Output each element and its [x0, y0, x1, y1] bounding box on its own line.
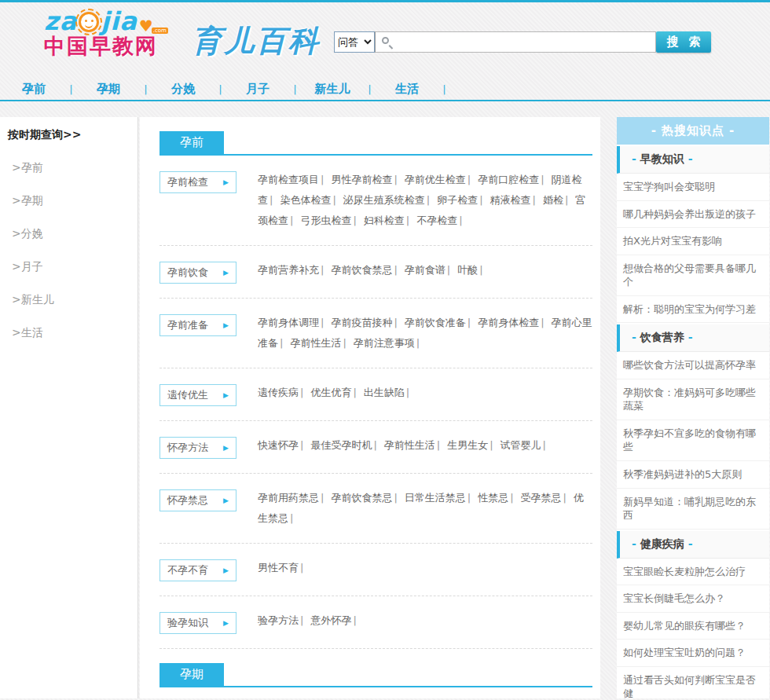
nav-link[interactable]: 生活 [383, 82, 431, 97]
hot-link[interactable]: 哪几种妈妈会养出叛逆的孩子 [617, 201, 769, 229]
subtopic-link[interactable]: 妇科检查 [364, 214, 405, 226]
subtopic-link[interactable]: 孕前检查项目 [258, 174, 319, 185]
hot-section-label: 早教知识 [640, 152, 684, 165]
page-title[interactable]: 育儿百科 [192, 21, 321, 61]
period-filter-item[interactable]: >新生儿 [8, 293, 130, 307]
category-button[interactable]: 怀孕禁忌 ▶ [160, 489, 236, 511]
search-input[interactable] [376, 32, 655, 52]
subtopic-link[interactable]: 孕前注意事项 [354, 337, 415, 349]
period-filter-item[interactable]: >孕前 [8, 161, 130, 175]
subtopic-link[interactable]: 弓形虫检查 [300, 214, 351, 226]
hot-link[interactable]: 解析：聪明的宝宝为何学习差 [617, 296, 769, 324]
subtopic-link[interactable]: 孕前营养补充 [258, 264, 319, 276]
subtopic-link[interactable]: 出生缺陷 [364, 387, 405, 398]
subtopic-link[interactable]: 试管婴儿 [500, 439, 541, 451]
subtopic-link[interactable]: 孕前性生活 [290, 337, 341, 349]
section-tab[interactable]: 孕前 [160, 131, 224, 154]
hot-link[interactable]: 通过看舌头如何判断宝宝是否健 [617, 667, 769, 698]
subtopic-link[interactable]: 受孕禁忌 [521, 492, 562, 504]
category-button[interactable]: 孕前饮食 ▶ [160, 262, 236, 284]
period-filter-item[interactable]: >孕期 [8, 194, 130, 208]
dash-decor: - [688, 537, 693, 550]
hot-link[interactable]: 宝宝眼睑长麦粒肿怎么治疗 [617, 559, 769, 586]
subtopic-link[interactable]: 孕前优生检查 [405, 174, 466, 185]
category-button[interactable]: 孕前准备 ▶ [160, 314, 236, 336]
link-separator: | [300, 562, 303, 574]
nav-link[interactable]: 新生儿 [308, 82, 357, 97]
search-button[interactable]: 搜 索 [656, 31, 711, 53]
subtopic-link[interactable]: 孕前疫苗接种 [331, 317, 392, 328]
subtopic-link[interactable]: 快速怀孕 [258, 439, 299, 451]
subtopic-link[interactable]: 泌尿生殖系统检查 [343, 194, 425, 206]
hot-topics-title: 热搜知识点 [662, 123, 724, 137]
subtopic-link[interactable]: 孕前口腔检查 [478, 174, 539, 185]
hot-link[interactable]: 想做合格的父母需要具备哪几个 [617, 255, 769, 296]
subtopic-link[interactable]: 卵子检查 [437, 194, 478, 206]
subtopic-link[interactable]: 日常生活禁忌 [405, 492, 466, 504]
category-button[interactable]: 怀孕方法 ▶ [160, 437, 236, 459]
section-tab[interactable]: 孕期 [160, 663, 224, 686]
dash-decor: - [729, 123, 735, 137]
hot-link[interactable]: 哪些饮食方法可以提高怀孕率 [617, 352, 769, 379]
period-filter-heading[interactable]: 按时期查询>> [8, 128, 130, 142]
nav-link[interactable]: 孕前 [9, 82, 58, 97]
arrow-right-icon: ▶ [223, 497, 229, 504]
category-button[interactable]: 验孕知识 ▶ [160, 612, 236, 634]
hot-link[interactable]: 拍X光片对宝宝有影响 [617, 228, 769, 255]
hot-link[interactable]: 秋季孕妇不宜多吃的食物有哪些 [617, 420, 769, 461]
category-row: 孕前检查 ▶ 孕前检查项目|男性孕前检查|孕前优生检查|孕前口腔检查|阴道检查|… [160, 156, 592, 245]
subtopic-link[interactable]: 男性孕前检查 [331, 174, 392, 185]
link-separator: | [468, 174, 471, 185]
hot-link[interactable]: 如何处理宝宝吐奶的问题？ [617, 640, 769, 667]
subtopic-link[interactable]: 孕前用药禁忌 [258, 492, 319, 504]
subtopic-link[interactable]: 叶酸 [457, 264, 478, 276]
subtopic-link[interactable]: 孕前饮食准备 [405, 317, 466, 328]
site-logo[interactable]: za jia ♥ .com 中国早教网 [44, 9, 185, 58]
subtopic-link[interactable]: 遗传疾病 [258, 387, 299, 398]
link-separator: | [290, 214, 293, 226]
category-button[interactable]: 不孕不育 ▶ [160, 559, 236, 581]
period-filter-item[interactable]: >月子 [8, 260, 130, 274]
subtopic-link[interactable]: 孕前饮食禁忌 [331, 264, 392, 276]
arrow-right-icon: ▶ [223, 391, 229, 399]
period-filter-item[interactable]: >分娩 [8, 227, 130, 241]
nav-link[interactable]: 孕期 [84, 82, 133, 97]
subtopic-link[interactable]: 性禁忌 [478, 492, 508, 504]
subtopic-link[interactable]: 精液检查 [490, 194, 531, 206]
subtopic-link[interactable]: 验孕方法 [258, 614, 299, 626]
hot-link[interactable]: 秋季准妈妈进补的5大原则 [617, 461, 769, 489]
link-separator: | [353, 387, 356, 398]
subtopic-link[interactable]: 孕前饮食禁忌 [331, 492, 392, 504]
category-row: 孕前准备 ▶ 孕前身体调理|孕前疫苗接种|孕前饮食准备|孕前身体检查|孕前心里准… [160, 298, 592, 368]
hot-link[interactable]: 宝宝长倒睫毛怎么办？ [617, 585, 769, 613]
subtopic-link[interactable]: 孕前身体检查 [478, 317, 539, 328]
category-button[interactable]: 孕前检查 ▶ [160, 171, 236, 193]
search-category-select[interactable]: 问答 [334, 31, 375, 53]
nav-link[interactable]: 分娩 [159, 82, 207, 97]
subtopic-link[interactable]: 染色体检查 [280, 194, 331, 206]
subtopic-link[interactable]: 意外怀孕 [310, 614, 351, 626]
subtopic-link[interactable]: 男性不育 [258, 562, 299, 574]
subtopic-link[interactable]: 婚检 [543, 194, 563, 206]
subtopic-link[interactable]: 优生优育 [310, 387, 351, 398]
category-label: 不孕不育 [167, 563, 208, 577]
subtopic-link[interactable]: 不孕检查 [416, 214, 457, 226]
hot-link[interactable]: 新妈早知道：哺乳期忌吃的东西 [617, 489, 769, 530]
nav-link[interactable]: 月子 [233, 82, 282, 97]
category-button[interactable]: 遗传优生 ▶ [160, 384, 236, 406]
link-separator: | [510, 492, 513, 504]
subtopic-link[interactable]: 孕前食谱 [405, 264, 446, 276]
hot-list: 哪些饮食方法可以提高怀孕率孕期饮食：准妈妈可多吃哪些蔬菜秋季孕妇不宜多吃的食物有… [617, 352, 769, 529]
hot-list: 宝宝学狗叫会变聪明哪几种妈妈会养出叛逆的孩子拍X光片对宝宝有影响想做合格的父母需… [617, 174, 769, 323]
period-filter-item[interactable]: >生活 [8, 326, 130, 340]
hot-link[interactable]: 婴幼儿常见的眼疾有哪些？ [617, 613, 769, 640]
hot-link[interactable]: 孕期饮食：准妈妈可多吃哪些蔬菜 [617, 379, 769, 420]
content-area: 按时期查询>> >孕前 >孕期 >分娩 >月子 >新生儿 >生活 孕前 [0, 117, 770, 698]
hot-link[interactable]: 宝宝学狗叫会变聪明 [617, 174, 769, 201]
hot-section-label: 健康疾病 [640, 537, 684, 550]
subtopic-link[interactable]: 最佳受孕时机 [310, 439, 372, 451]
subtopic-link[interactable]: 孕前身体调理 [258, 317, 319, 328]
page-header: za jia ♥ .com 中国早教网 育儿百科 问答 搜 索 [0, 2, 770, 78]
subtopic-link[interactable]: 生男生女 [447, 439, 488, 451]
subtopic-link[interactable]: 孕前性生活 [384, 439, 435, 451]
